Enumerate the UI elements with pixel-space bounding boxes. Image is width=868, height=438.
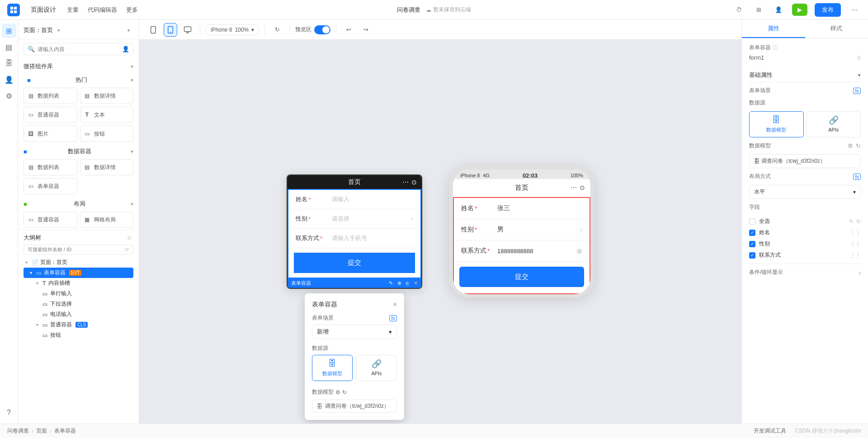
field-name-checkbox[interactable]: ✓	[749, 230, 755, 236]
popup-ds-model-tab[interactable]: 🗄 数据模型	[312, 355, 353, 381]
sidebar-settings-icon[interactable]: ⚙	[2, 89, 16, 103]
popup-model-refresh-icon[interactable]: ↻	[342, 389, 347, 396]
menu-branch[interactable]: 支量	[67, 6, 79, 14]
device-selector[interactable]: iPhone 8 100% ▾	[206, 24, 259, 35]
tree-single-input[interactable]: ▭ 单行输入	[24, 288, 133, 299]
share-icon[interactable]: ⊞	[752, 4, 765, 16]
micro-section-header[interactable]: 微搭组件库 ▾	[24, 59, 133, 72]
basic-props-arrow-icon[interactable]: ▾	[858, 72, 861, 78]
popup-model-value[interactable]: 🗄 调查问卷（tcwj_d3f2n0z）	[312, 400, 397, 413]
component-text[interactable]: T 文本	[80, 107, 134, 123]
publish-button[interactable]: 发布	[815, 3, 841, 17]
more-options-icon[interactable]: ⋯	[848, 4, 861, 16]
sidebar-help-icon[interactable]: ?	[2, 405, 16, 420]
field-phone-drag-icon[interactable]: ⋮⋮	[850, 252, 861, 259]
search-input[interactable]	[38, 46, 119, 52]
right-ds-api-tab[interactable]: 🔗 APIs	[807, 111, 861, 137]
component-search[interactable]: 🔍 👤	[24, 43, 133, 55]
component-data-list[interactable]: ▤ 数据列表	[24, 88, 77, 104]
editor-submit-button[interactable]: 提交	[294, 253, 415, 273]
hot-section-header[interactable]: ■ 热门 ▾	[24, 72, 133, 86]
mobile-frame-btn[interactable]	[164, 23, 177, 37]
data-section-header[interactable]: ■ 数据容器 ▾	[24, 144, 133, 157]
undo-button[interactable]: ↩	[342, 23, 355, 37]
fields-refresh-icon[interactable]: ↻	[856, 218, 861, 225]
tree-dropdown[interactable]: ▭ 下拉选择	[24, 299, 133, 309]
settings-icon[interactable]: 👤	[772, 4, 785, 16]
tree-content-slot[interactable]: ▾ T 内容插槽	[24, 278, 133, 288]
preview-name-value[interactable]: 张三	[497, 204, 582, 212]
preview-toggle-switch[interactable]	[314, 25, 330, 34]
outline-search[interactable]	[24, 245, 133, 254]
popup-scene-select[interactable]: 新增 ▾	[312, 325, 397, 339]
sidebar-user-icon[interactable]: 👤	[2, 72, 16, 87]
tree-button[interactable]: ▭ 按钮	[24, 330, 133, 340]
redo-button[interactable]: ↪	[359, 23, 373, 37]
menu-more[interactable]: 更多	[126, 6, 138, 14]
tree-form-container[interactable]: ▾ ▭ 表单容器 EVT	[24, 268, 133, 278]
breadcrumb-bar: 问卷调查 › 页面 › 表单容器 开发调试工具 CSDN @张六十zhangli…	[0, 424, 868, 438]
badge-delete-icon[interactable]: ✕	[414, 280, 418, 286]
sidebar-pages-icon[interactable]: ⊞	[2, 24, 16, 38]
sidebar-data-icon[interactable]: 🗄	[2, 56, 16, 71]
menu-code-editor[interactable]: 代码编辑器	[88, 6, 117, 14]
preview-clear-icon[interactable]: ⊗	[576, 247, 582, 255]
tab-style[interactable]: 样式	[805, 20, 868, 38]
badge-add-icon[interactable]: ⊕	[397, 280, 401, 286]
layout-select[interactable]: 水平 ▾	[749, 185, 861, 199]
timer-icon[interactable]: ⏱	[732, 4, 745, 16]
dev-tools-button[interactable]: 开发调试工具	[754, 428, 786, 434]
popup-model-settings-icon[interactable]: ⚙	[335, 389, 340, 396]
field-phone-checkbox[interactable]: ✓	[749, 252, 755, 259]
page-selector[interactable]: 页面：首页 ▾ ＋	[24, 24, 133, 36]
popup-ds-api-tab[interactable]: 🔗 APIs	[356, 355, 397, 381]
add-page-button[interactable]: ＋	[123, 25, 133, 35]
breadcrumb-page[interactable]: 页面	[36, 427, 47, 435]
tree-normal-container[interactable]: ▾ ▭ 普通容器 CLS	[24, 320, 133, 330]
component-grid-layout[interactable]: ▦ 网格布局	[80, 212, 134, 228]
condition-header[interactable]: 条件/循环显示 ›	[749, 268, 861, 276]
field-gender-checkbox[interactable]: ✓	[749, 241, 755, 247]
badge-edit-icon[interactable]: ✎	[389, 280, 393, 286]
tree-page-root[interactable]: ▾ 📄 页面：首页	[24, 257, 133, 268]
breadcrumb-component[interactable]: 表单容器	[54, 427, 76, 435]
breadcrumb-project[interactable]: 问卷调查	[7, 427, 29, 435]
component-container[interactable]: ▭ 普通容器	[24, 107, 77, 123]
component-data-list-2[interactable]: ▤ 数据列表	[24, 159, 77, 175]
preview-submit-button[interactable]: 提交	[459, 267, 584, 287]
svg-point-7	[170, 32, 171, 33]
tab-props[interactable]: 属性	[742, 20, 805, 38]
component-data-detail[interactable]: ▤ 数据详情	[80, 88, 134, 104]
outline-search-input[interactable]	[28, 247, 123, 252]
popup-close-button[interactable]: ×	[393, 301, 397, 309]
preview-camera-icon: ⊙	[580, 184, 585, 191]
preview-gender-value[interactable]: 男	[497, 226, 580, 234]
mobile-view-btn[interactable]	[146, 23, 160, 37]
tree-phone-input[interactable]: ▭ 电话输入	[24, 309, 133, 320]
outline-collapse-icon[interactable]: ◇	[125, 234, 133, 242]
field-name-drag-icon[interactable]: ⋮⋮	[850, 230, 861, 236]
component-data-detail-2[interactable]: ▤ 数据详情	[80, 159, 134, 175]
sidebar-components-icon[interactable]: ▤	[2, 40, 16, 54]
component-form-container[interactable]: ▭ 表单容器	[24, 178, 77, 194]
component-button[interactable]: ▭ 按钮	[80, 126, 134, 142]
desktop-view-btn[interactable]	[181, 23, 194, 37]
run-button[interactable]: ▶	[792, 4, 807, 16]
component-image[interactable]: 🖼 图片	[24, 126, 77, 142]
component-normal-container[interactable]: ▭ 普通容器	[24, 212, 77, 228]
outline-sort-icon[interactable]	[125, 249, 129, 250]
badge-copy-icon[interactable]: ⎘	[406, 281, 409, 286]
right-model-selector[interactable]: 🗄 调查问卷（tcwj_d3f2n0z）	[749, 154, 861, 168]
model-settings-icon[interactable]: ⚙	[848, 142, 853, 149]
select-all-checkbox[interactable]	[749, 218, 755, 225]
refresh-button[interactable]: ↻	[270, 23, 284, 37]
field-gender-drag-icon[interactable]: ⋮⋮	[850, 241, 861, 247]
preview-phone-required: *	[487, 247, 490, 254]
right-ds-model-tab[interactable]: 🗄 数据模型	[749, 111, 804, 137]
right-model-value: 调查问卷（tcwj_d3f2n0z）	[761, 157, 856, 165]
model-refresh-icon[interactable]: ↻	[856, 142, 861, 149]
component-id-copy-icon[interactable]: ⎘	[858, 55, 861, 61]
layout-section-header[interactable]: ■ 布局 ▾	[24, 196, 133, 210]
data-arrow-icon: ▾	[131, 149, 133, 155]
fields-edit-icon[interactable]: ✎	[849, 218, 854, 225]
